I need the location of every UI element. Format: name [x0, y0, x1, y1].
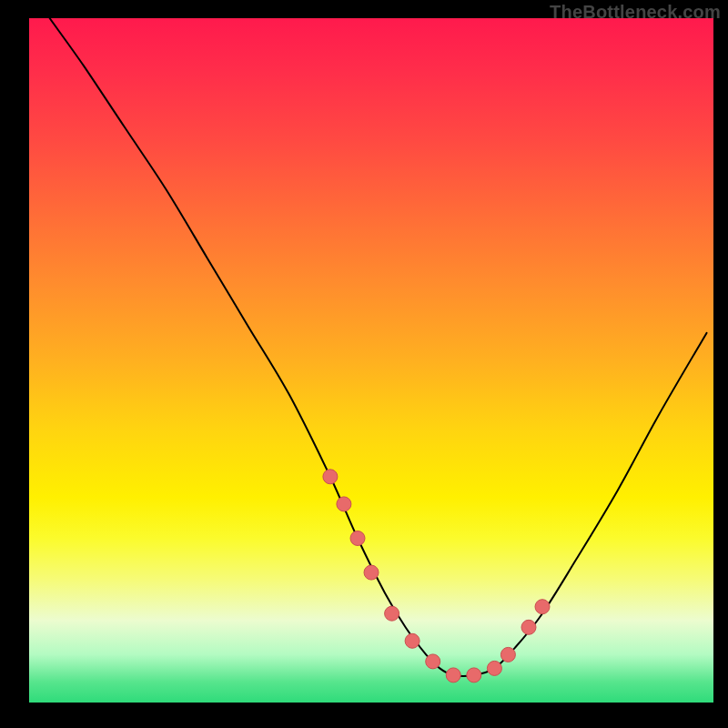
- marker-dot: [467, 668, 481, 682]
- curve-layer: [50, 18, 707, 676]
- marker-dot: [521, 620, 536, 634]
- marker-dot: [487, 661, 501, 675]
- marker-dot: [385, 606, 399, 621]
- marker-dot: [535, 600, 550, 614]
- watermark-text: TheBottleneck.com: [550, 2, 721, 23]
- chart-frame: [15, 18, 713, 717]
- marker-layer: [323, 470, 550, 682]
- marker-dot: [426, 654, 440, 669]
- plot-area: [29, 18, 713, 703]
- marker-dot: [350, 531, 365, 546]
- marker-dot: [500, 647, 515, 662]
- bottleneck-curve: [50, 18, 707, 676]
- marker-dot: [405, 633, 420, 648]
- marker-dot: [323, 470, 338, 484]
- marker-dot: [446, 668, 460, 682]
- chart-svg: [29, 18, 713, 703]
- marker-dot: [364, 565, 379, 580]
- marker-dot: [337, 497, 351, 511]
